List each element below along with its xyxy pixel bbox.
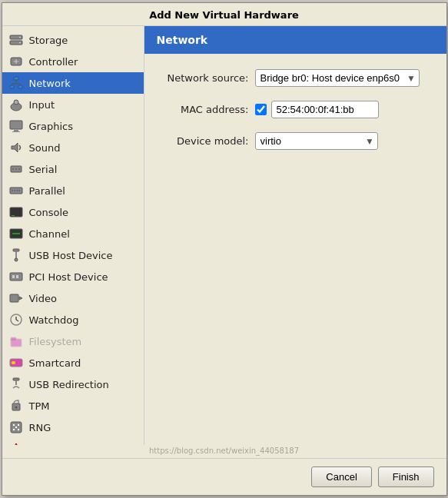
svg-rect-33 (13, 249, 19, 251)
smartcard-icon (8, 355, 24, 370)
svg-line-43 (16, 320, 18, 321)
sidebar-label-controller: Controller (29, 56, 78, 68)
sidebar-label-input: Input (29, 99, 55, 111)
dialog-body: StorageControllerNetworkInputGraphicsSou… (2, 26, 446, 445)
watchdog-icon (8, 312, 24, 327)
sidebar-item-serial[interactable]: Serial (2, 158, 144, 180)
sidebar-item-channel[interactable]: Channel (2, 223, 144, 244)
sidebar-item-usb-host-device[interactable]: USB Host Device (2, 244, 144, 266)
svg-rect-38 (16, 275, 18, 278)
sidebar-label-serial: Serial (29, 164, 58, 175)
main-content: Network Network source: Bridge br0: Host… (144, 26, 446, 445)
device-model-label: Device model: (157, 135, 249, 147)
svg-rect-39 (10, 294, 18, 302)
svg-point-56 (12, 429, 14, 430)
svg-point-53 (12, 424, 14, 426)
svg-rect-9 (18, 85, 22, 88)
sidebar-item-tpm[interactable]: TPM (2, 395, 144, 417)
svg-point-57 (17, 429, 18, 430)
sidebar-item-rng[interactable]: RNG (2, 417, 144, 438)
svg-rect-17 (14, 130, 18, 131)
svg-rect-45 (11, 337, 16, 340)
network-source-label: Network source: (157, 72, 249, 84)
svg-point-55 (15, 427, 16, 428)
dialog-title: Add New Virtual Hardware (2, 3, 446, 26)
sidebar-label-video: Video (29, 293, 57, 304)
svg-rect-48 (13, 378, 19, 380)
form-area: Network source: Bridge br0: Host device … (144, 54, 446, 445)
network-source-row: Network source: Bridge br0: Host device … (157, 69, 434, 87)
svg-rect-24 (10, 188, 22, 194)
mac-address-input[interactable] (271, 101, 379, 118)
svg-point-15 (14, 100, 18, 105)
serial-icon (8, 161, 24, 177)
watermark: https://blog.csdn.net/weixin_44058187 (2, 445, 446, 458)
device-model-select-wrapper[interactable]: virtio e1000 rtl8139 (255, 132, 378, 150)
sidebar-item-console[interactable]: _Console (2, 201, 144, 223)
sidebar-label-usb-redirection: USB Redirection (29, 379, 109, 390)
device-model-select[interactable]: virtio e1000 rtl8139 (255, 132, 378, 150)
svg-rect-47 (12, 361, 15, 364)
sidebar-label-usb-host-device: USB Host Device (29, 250, 113, 261)
sidebar-item-panic-notifier[interactable]: !Panic Notifier (2, 438, 144, 445)
graphics-icon (8, 118, 24, 134)
svg-point-2 (19, 37, 21, 38)
parallel-icon (8, 183, 24, 198)
sidebar-item-pci-host-device[interactable]: PCI Host Device (2, 266, 144, 287)
network-source-select-wrapper[interactable]: Bridge br0: Host device enp6s0 (255, 69, 420, 87)
tpm-icon (8, 398, 24, 413)
dialog: Add New Virtual Hardware StorageControll… (2, 2, 447, 496)
network-source-select[interactable]: Bridge br0: Host device enp6s0 (255, 69, 420, 87)
sidebar-item-filesystem: Filesystem (2, 330, 144, 352)
dialog-footer: Cancel Finish (2, 458, 446, 495)
sidebar-item-controller[interactable]: Controller (2, 51, 144, 72)
sidebar-label-graphics: Graphics (29, 121, 73, 132)
channel-icon (8, 226, 24, 241)
controller-icon (8, 54, 24, 69)
sidebar-item-video[interactable]: Video (2, 287, 144, 309)
sidebar-item-input[interactable]: Input (2, 94, 144, 115)
svg-rect-8 (10, 85, 14, 88)
sidebar-label-storage: Storage (29, 35, 68, 46)
sidebar-label-console: Console (29, 207, 69, 218)
network-source-control: Bridge br0: Host device enp6s0 (255, 69, 434, 87)
filesystem-icon (8, 334, 24, 349)
usb-redirection-icon (8, 377, 24, 392)
rng-icon (8, 420, 24, 435)
sidebar-label-parallel: Parallel (29, 185, 65, 197)
storage-icon (8, 32, 24, 48)
sidebar-item-usb-redirection[interactable]: USB Redirection (2, 374, 144, 395)
mac-address-control (255, 101, 434, 118)
console-icon: _ (8, 204, 24, 220)
finish-button[interactable]: Finish (378, 466, 434, 487)
svg-rect-7 (14, 77, 18, 80)
svg-marker-19 (12, 143, 18, 152)
sidebar: StorageControllerNetworkInputGraphicsSou… (2, 26, 144, 445)
sidebar-label-tpm: TPM (29, 400, 50, 412)
sidebar-label-watchdog: Watchdog (29, 314, 79, 326)
sidebar-item-storage[interactable]: Storage (2, 29, 144, 51)
sidebar-label-smartcard: Smartcard (29, 357, 81, 369)
svg-point-35 (15, 258, 18, 261)
cancel-button[interactable]: Cancel (311, 466, 371, 487)
svg-rect-16 (10, 121, 22, 129)
sidebar-label-sound: Sound (29, 142, 61, 154)
mac-address-row: MAC address: (157, 101, 434, 118)
section-header: Network (144, 26, 446, 54)
mac-checkbox[interactable] (255, 104, 267, 115)
sidebar-item-parallel[interactable]: Parallel (2, 180, 144, 201)
sidebar-item-watchdog[interactable]: Watchdog (2, 309, 144, 330)
sidebar-item-smartcard[interactable]: Smartcard (2, 352, 144, 374)
sidebar-item-network[interactable]: Network (2, 72, 144, 94)
network-icon (8, 75, 24, 91)
input-icon (8, 97, 24, 112)
device-model-row: Device model: virtio e1000 rtl8139 (157, 132, 434, 150)
svg-point-51 (15, 407, 17, 409)
pci-host-device-icon (8, 269, 24, 284)
device-model-control: virtio e1000 rtl8139 (255, 132, 434, 150)
video-icon (8, 290, 24, 306)
sidebar-item-graphics[interactable]: Graphics (2, 115, 144, 137)
sound-icon (8, 140, 24, 155)
usb-host-device-icon (8, 247, 24, 263)
sidebar-item-sound[interactable]: Sound (2, 137, 144, 158)
